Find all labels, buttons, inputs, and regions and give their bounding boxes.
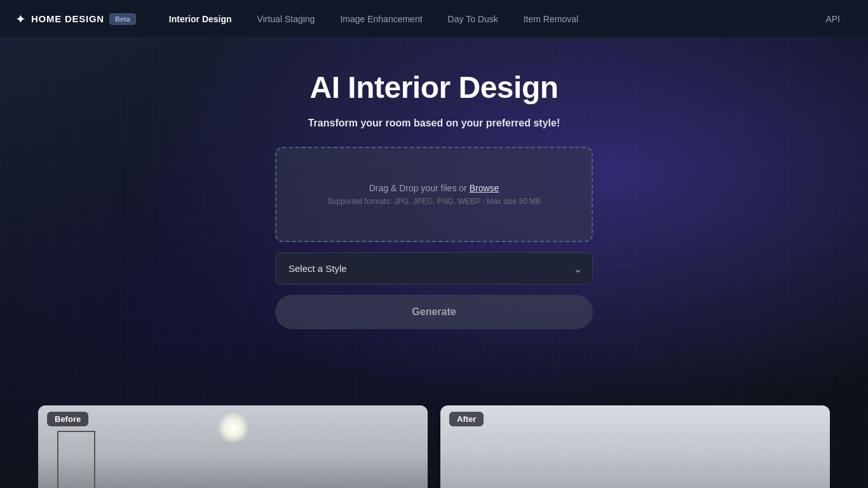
- hero-subtitle: Transform your room based on your prefer…: [308, 118, 560, 129]
- style-dropdown[interactable]: Select a Style Modern Scandinavian Indus…: [275, 252, 593, 285]
- door-decoration: [57, 431, 95, 488]
- nav-link-item-removal[interactable]: Item Removal: [511, 0, 591, 38]
- upload-formats-text: Supported formats: JPG, JPEG, PNG, WEBP …: [327, 197, 541, 206]
- nav-link-day-to-dusk[interactable]: Day To Dusk: [435, 0, 511, 38]
- nav-link-image-enhancement[interactable]: Image Enhancement: [327, 0, 435, 38]
- before-label: Before: [47, 412, 88, 426]
- navbar: ✦ HOME DESIGN Beta Interior Design Virtu…: [0, 0, 868, 38]
- before-after-section: Before After: [0, 405, 868, 488]
- upload-container: Drag & Drop your files or Browse Support…: [275, 147, 593, 242]
- nav-links: Interior Design Virtual Staging Image En…: [156, 0, 813, 38]
- hero-content: AI Interior Design Transform your room b…: [0, 38, 868, 329]
- upload-main-text: Drag & Drop your files or Browse: [369, 183, 499, 193]
- style-select-wrapper: Select a Style Modern Scandinavian Indus…: [275, 252, 593, 285]
- before-image: Before: [38, 405, 428, 488]
- beta-badge: Beta: [109, 13, 136, 25]
- hero-section: AI Interior Design Transform your room b…: [0, 38, 868, 488]
- nav-link-virtual-staging[interactable]: Virtual Staging: [245, 0, 328, 38]
- generate-btn-wrapper: Generate: [275, 295, 593, 329]
- style-select-container: Select a Style Modern Scandinavian Indus…: [275, 252, 593, 285]
- page-title: AI Interior Design: [309, 70, 558, 105]
- ai-icon: ✦: [15, 11, 26, 27]
- nav-link-api[interactable]: API: [813, 0, 853, 38]
- logo-text: HOME DESIGN: [31, 13, 104, 24]
- nav-logo[interactable]: ✦ HOME DESIGN Beta: [15, 11, 136, 27]
- nav-link-interior-design[interactable]: Interior Design: [156, 0, 245, 38]
- after-label: After: [449, 412, 484, 426]
- generate-button[interactable]: Generate: [275, 295, 593, 329]
- after-image: After: [440, 405, 830, 488]
- upload-dropzone[interactable]: Drag & Drop your files or Browse Support…: [275, 147, 593, 242]
- after-image-visual: [440, 405, 830, 488]
- browse-link[interactable]: Browse: [470, 183, 499, 193]
- before-image-visual: [38, 405, 428, 488]
